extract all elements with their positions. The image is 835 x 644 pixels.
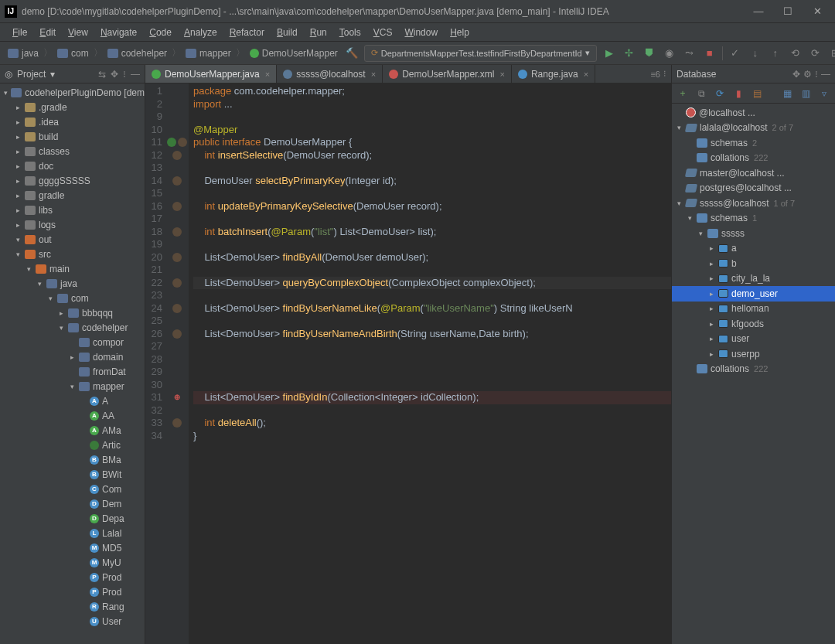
tree-twisty[interactable]: ▾ bbox=[686, 214, 694, 222]
tree-twisty[interactable]: ▸ bbox=[707, 350, 715, 358]
menu-navigate[interactable]: Navigate bbox=[96, 26, 141, 39]
attach-button[interactable]: ⤳ bbox=[682, 46, 697, 61]
tree-twisty[interactable]: ▾ bbox=[57, 324, 65, 332]
breadcrumb-codehelper[interactable]: codehelper bbox=[104, 46, 170, 60]
code-line-16[interactable]: int updateByPrimaryKeySelective(DemoUser… bbox=[193, 200, 671, 213]
tab-demousermapper-java[interactable]: DemoUserMapper.java× bbox=[145, 65, 277, 83]
db-node-sssss[interactable]: ▾sssss bbox=[672, 226, 835, 241]
code-line-26[interactable]: List<DemoUser> findByUserNameAndBirth(St… bbox=[193, 328, 671, 341]
revert-icon[interactable]: ⟳ bbox=[808, 46, 823, 61]
menu-refactor[interactable]: Refactor bbox=[225, 26, 269, 39]
tree-node-fromdat[interactable]: fromDat bbox=[0, 364, 145, 379]
close-button[interactable]: ✕ bbox=[804, 3, 830, 20]
code-line-32[interactable] bbox=[193, 404, 671, 417]
vcs-push-icon[interactable]: ↑ bbox=[768, 46, 783, 61]
tree-node-codehelperplugindemo-dem[interactable]: ▾codehelperPluginDemo [dem bbox=[0, 85, 145, 100]
code-line-30[interactable] bbox=[193, 379, 671, 392]
tree-node-rang[interactable]: RRang bbox=[0, 599, 145, 614]
tree-twisty[interactable]: ▸ bbox=[707, 290, 715, 298]
menu-analyze[interactable]: Analyze bbox=[179, 26, 222, 39]
tree-twisty[interactable]: ▸ bbox=[707, 244, 715, 252]
breadcrumb-DemoUserMapper[interactable]: DemoUserMapper bbox=[247, 46, 341, 60]
code-line-31[interactable]: List<DemoUser> findByIdIn(Collection<Int… bbox=[193, 391, 671, 404]
code-line-13[interactable] bbox=[193, 162, 671, 175]
db-stop-icon[interactable]: ▮ bbox=[732, 87, 745, 100]
db-node-collations[interactable]: collations222 bbox=[672, 151, 835, 166]
code-content[interactable]: package com.codehelper.mapper;import ...… bbox=[189, 83, 671, 644]
tab-close-icon[interactable]: × bbox=[500, 70, 505, 79]
tree-node-bwit[interactable]: BBWit bbox=[0, 467, 145, 482]
menu-tools[interactable]: Tools bbox=[335, 26, 366, 39]
tree-twisty[interactable]: ▸ bbox=[14, 118, 22, 126]
database-tree[interactable]: @localhost ...▾lalala@localhost2 of 7 sc… bbox=[672, 104, 835, 644]
tree-node-domain[interactable]: ▸domain bbox=[0, 349, 145, 364]
coverage-button[interactable]: ⛊ bbox=[642, 46, 657, 61]
chevron-down-icon[interactable]: ▾ bbox=[50, 69, 55, 80]
tree-twisty[interactable]: ▾ bbox=[14, 250, 22, 258]
db-filter-icon[interactable]: ▿ bbox=[818, 87, 830, 100]
debug-button[interactable]: ✢ bbox=[622, 46, 637, 61]
db-table-icon[interactable]: ▦ bbox=[781, 87, 793, 100]
nav-icon[interactable] bbox=[172, 418, 182, 428]
db-node-schemas[interactable]: schemas2 bbox=[672, 135, 835, 151]
tree-node-build[interactable]: ▸build bbox=[0, 129, 145, 144]
db-node-demo-user[interactable]: ▸demo_user bbox=[672, 286, 835, 302]
tree-twisty[interactable]: ▾ bbox=[14, 236, 22, 244]
tree-twisty[interactable]: ▸ bbox=[707, 320, 715, 328]
tab-close-icon[interactable]: × bbox=[371, 70, 376, 79]
db-node-city-la-la[interactable]: ▸city_la_la bbox=[672, 271, 835, 287]
code-area[interactable]: 1291011121314151617181920212223242526272… bbox=[145, 83, 671, 644]
db-node-kfgoods[interactable]: ▸kfgoods bbox=[672, 316, 835, 332]
code-line-33[interactable]: int deleteAll(); bbox=[193, 417, 671, 430]
nav-icon[interactable] bbox=[178, 138, 187, 147]
tree-node-user[interactable]: UUser bbox=[0, 614, 145, 629]
db-node-master-localhost-[interactable]: master@localhost ... bbox=[672, 165, 835, 181]
tree-twisty[interactable]: ▾ bbox=[25, 265, 32, 273]
profile-button[interactable]: ◉ bbox=[662, 46, 677, 61]
code-line-27[interactable] bbox=[193, 340, 671, 353]
code-line-12[interactable]: int insertSelective(DemoUser record); bbox=[193, 149, 671, 162]
db-node-b[interactable]: ▸b bbox=[672, 256, 835, 271]
error-icon[interactable]: ⊕ bbox=[174, 391, 180, 404]
db-node-sssss-localhost[interactable]: ▾sssss@localhost1 of 7 bbox=[672, 196, 835, 211]
menu-edit[interactable]: Edit bbox=[35, 26, 60, 39]
collapse-icon[interactable]: ⇆ bbox=[98, 69, 106, 80]
tree-node--idea[interactable]: ▸.idea bbox=[0, 114, 145, 129]
tree-node-src[interactable]: ▾src bbox=[0, 247, 145, 261]
nav-icon[interactable] bbox=[172, 202, 182, 211]
menu-help[interactable]: Help bbox=[445, 26, 474, 39]
tree-node-gradle[interactable]: ▸gradle bbox=[0, 188, 145, 203]
stop-button[interactable]: ■ bbox=[702, 46, 717, 61]
tree-twisty[interactable]: ▸ bbox=[14, 206, 22, 214]
code-line-14[interactable]: DemoUser selectByPrimaryKey(Integer id); bbox=[193, 175, 671, 188]
tree-twisty[interactable]: ▾ bbox=[3, 89, 8, 97]
tree-twisty[interactable]: ▸ bbox=[14, 104, 22, 111]
code-line-34[interactable]: } bbox=[193, 430, 671, 443]
code-line-9[interactable] bbox=[193, 111, 671, 124]
tree-twisty[interactable]: ▸ bbox=[707, 335, 715, 342]
tree-node-dem[interactable]: DDem bbox=[0, 496, 145, 511]
tab-demousermapper-xml[interactable]: DemoUserMapper.xml× bbox=[383, 65, 512, 83]
db-sync-icon[interactable]: ✥ bbox=[792, 69, 800, 80]
tree-node-logs[interactable]: ▸logs bbox=[0, 217, 145, 232]
code-line-10[interactable]: @Mapper bbox=[193, 124, 671, 137]
minimize-button[interactable]: — bbox=[745, 3, 772, 20]
tree-node-com[interactable]: CCom bbox=[0, 482, 145, 496]
tree-twisty[interactable]: ▸ bbox=[707, 260, 715, 267]
tree-node-aa[interactable]: AAA bbox=[0, 408, 145, 423]
project-target-icon[interactable]: ◎ bbox=[5, 69, 12, 80]
tree-twisty[interactable]: ▾ bbox=[675, 124, 683, 131]
tree-node-bbbqqq[interactable]: ▸bbbqqq bbox=[0, 305, 145, 320]
code-line-28[interactable] bbox=[193, 353, 671, 366]
maximize-button[interactable]: ☐ bbox=[775, 3, 801, 20]
code-line-1[interactable]: package com.codehelper.mapper; bbox=[193, 85, 671, 98]
tree-twisty[interactable]: ▸ bbox=[68, 353, 76, 361]
db-refresh-icon[interactable]: ⟳ bbox=[714, 87, 726, 100]
tree-twisty[interactable]: ▸ bbox=[14, 133, 22, 141]
tree-twisty[interactable]: ▸ bbox=[707, 305, 715, 312]
vcs-commit-icon[interactable]: ↓ bbox=[748, 46, 763, 61]
tab-counter[interactable]: ≡6 bbox=[650, 70, 660, 79]
tree-node-lalal[interactable]: LLalal bbox=[0, 526, 145, 540]
tree-node-depa[interactable]: DDepa bbox=[0, 511, 145, 526]
nav-icon[interactable] bbox=[172, 329, 182, 339]
